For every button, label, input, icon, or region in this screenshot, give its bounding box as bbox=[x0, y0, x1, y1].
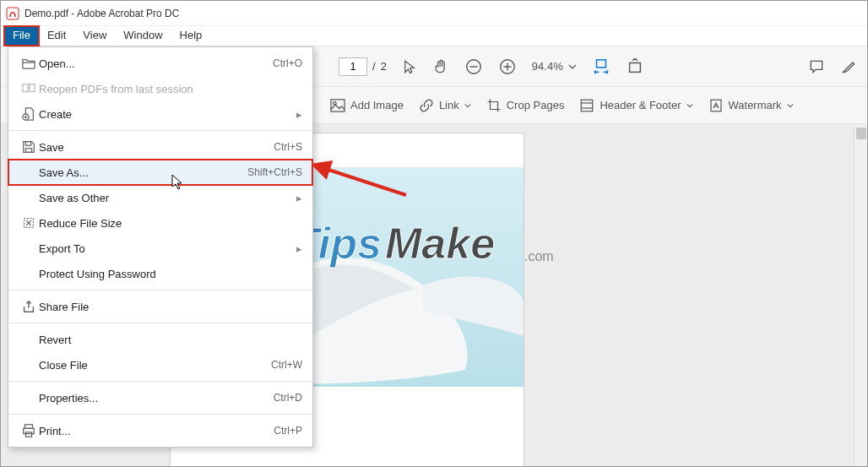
svg-rect-22 bbox=[25, 149, 31, 153]
save-icon bbox=[19, 139, 39, 155]
file-menu-properties[interactable]: Properties... Ctrl+D bbox=[8, 385, 312, 410]
file-menu-save-other[interactable]: Save as Other ▸ bbox=[8, 185, 312, 210]
zoom-level-label: 94.4% bbox=[532, 60, 563, 73]
svg-rect-7 bbox=[629, 62, 640, 72]
acrobat-icon bbox=[6, 7, 19, 20]
reopen-icon bbox=[19, 82, 39, 95]
window-title: Demo.pdf - Adobe Acrobat Pro DC bbox=[24, 8, 179, 19]
scroll-mode-button[interactable] bbox=[626, 58, 644, 75]
zoom-out-button[interactable] bbox=[464, 57, 483, 76]
file-menu-print[interactable]: Print... Ctrl+P bbox=[8, 418, 312, 443]
folder-open-icon bbox=[19, 57, 39, 70]
file-menu-save[interactable]: Save Ctrl+S bbox=[8, 134, 312, 160]
menu-window[interactable]: Window bbox=[115, 26, 171, 46]
selection-tool[interactable] bbox=[402, 59, 417, 74]
submenu-arrow-icon: ▸ bbox=[296, 192, 302, 204]
comment-button[interactable] bbox=[808, 58, 825, 75]
scrollbar-thumb[interactable] bbox=[856, 128, 866, 139]
svg-rect-10 bbox=[582, 100, 594, 111]
page-current-input[interactable] bbox=[339, 57, 367, 76]
crop-pages-label: Crop Pages bbox=[507, 99, 565, 111]
highlight-button[interactable] bbox=[840, 58, 857, 75]
vertical-scrollbar[interactable] bbox=[854, 124, 867, 467]
header-footer-button[interactable]: Header & Footer bbox=[579, 98, 692, 113]
chevron-down-icon bbox=[464, 102, 471, 109]
crop-pages-button[interactable]: Crop Pages bbox=[486, 98, 565, 113]
app-window: Demo.pdf - Adobe Acrobat Pro DC File Edi… bbox=[0, 0, 868, 467]
menu-help[interactable]: Help bbox=[171, 26, 211, 46]
chevron-down-icon bbox=[686, 102, 693, 109]
add-image-button[interactable]: Add Image bbox=[330, 99, 404, 112]
menu-view[interactable]: View bbox=[74, 26, 115, 46]
add-image-label: Add Image bbox=[350, 99, 404, 111]
hand-tool[interactable] bbox=[432, 58, 449, 75]
reduce-icon bbox=[19, 215, 39, 231]
link-button[interactable]: Link bbox=[419, 98, 471, 113]
file-menu-open[interactable]: Open... Ctrl+O bbox=[8, 51, 312, 76]
page-nav: / 2 bbox=[339, 57, 387, 76]
create-icon bbox=[19, 106, 39, 122]
menu-edit[interactable]: Edit bbox=[39, 26, 74, 46]
file-menu-reduce[interactable]: Reduce File Size bbox=[8, 210, 312, 236]
menu-file[interactable]: File bbox=[4, 26, 39, 46]
header-footer-label: Header & Footer bbox=[599, 99, 681, 111]
submenu-arrow-icon: ▸ bbox=[296, 242, 302, 255]
file-menu-revert[interactable]: Revert bbox=[8, 327, 312, 352]
page-total: 2 bbox=[381, 60, 387, 73]
svg-rect-6 bbox=[596, 59, 605, 67]
file-menu-save-as[interactable]: Save As... Shift+Ctrl+S bbox=[8, 160, 312, 185]
share-icon bbox=[19, 299, 39, 314]
file-menu-dropdown: Open... Ctrl+O Reopen PDFs from last ses… bbox=[8, 46, 313, 448]
chevron-down-icon bbox=[787, 102, 794, 109]
fit-width-button[interactable] bbox=[592, 58, 610, 75]
svg-rect-17 bbox=[30, 84, 35, 92]
file-menu-share[interactable]: Share File bbox=[8, 294, 312, 319]
svg-rect-16 bbox=[23, 84, 28, 92]
svg-point-9 bbox=[334, 101, 337, 105]
svg-rect-21 bbox=[25, 142, 30, 146]
watermark-label: Watermark bbox=[729, 99, 782, 111]
link-label: Link bbox=[439, 99, 459, 111]
file-menu-create[interactable]: Create ▸ bbox=[8, 101, 312, 127]
menu-bar: File Edit View Window Help bbox=[1, 26, 867, 46]
file-menu-protect[interactable]: Protect Using Password bbox=[8, 261, 312, 286]
svg-rect-26 bbox=[25, 432, 31, 437]
submenu-arrow-icon: ▸ bbox=[296, 108, 302, 121]
svg-rect-24 bbox=[25, 425, 33, 429]
svg-rect-25 bbox=[24, 428, 35, 433]
file-menu-close[interactable]: Close File Ctrl+W bbox=[8, 352, 312, 377]
svg-rect-0 bbox=[7, 8, 19, 19]
svg-rect-8 bbox=[331, 99, 344, 111]
zoom-level-select[interactable]: 94.4% bbox=[532, 60, 577, 73]
watermark-button[interactable]: Watermark bbox=[708, 98, 794, 113]
file-menu-reopen: Reopen PDFs from last session bbox=[8, 76, 312, 101]
title-bar: Demo.pdf - Adobe Acrobat Pro DC bbox=[1, 1, 867, 26]
zoom-in-button[interactable] bbox=[498, 57, 517, 76]
svg-rect-13 bbox=[711, 100, 721, 111]
print-icon bbox=[19, 423, 39, 438]
page-sep: / bbox=[372, 60, 376, 73]
file-menu-export[interactable]: Export To ▸ bbox=[8, 236, 312, 261]
